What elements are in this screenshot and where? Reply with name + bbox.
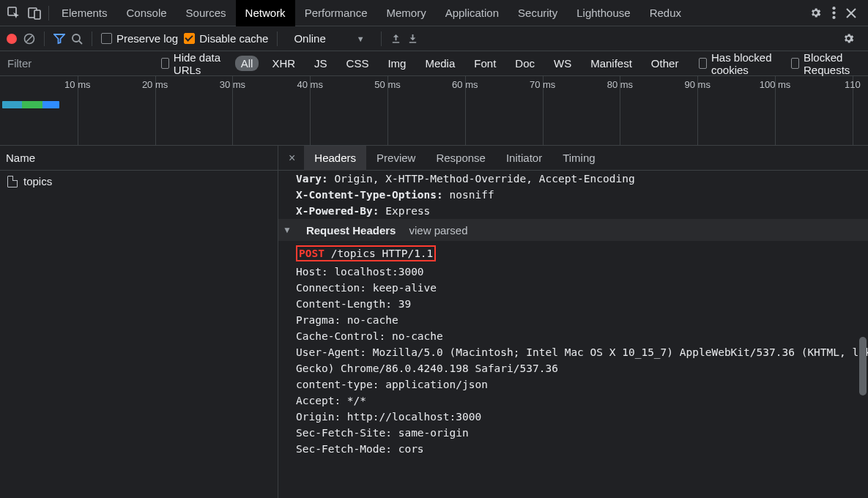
tab-elements[interactable]: Elements [52,0,117,26]
filter-type-js[interactable]: JS [308,56,333,71]
gear-icon[interactable] [809,7,822,19]
svg-rect-9 [393,42,399,43]
tab-redux[interactable]: Redux [640,0,691,26]
svg-point-3 [832,7,835,10]
tab-security[interactable]: Security [508,0,567,26]
request-line-highlight: POST /topics HTTP/1.1 [296,245,436,261]
tab-console[interactable]: Console [117,0,177,26]
filter-type-img[interactable]: Img [382,56,412,71]
section-title: Request Headers [306,224,396,237]
timeline-label: 100 ms [760,79,791,90]
request-name-pane: Name topics [0,146,278,498]
separator [277,31,278,46]
request-header-line: Gecko) Chrome/86.0.4240.198 Safari/537.3… [278,360,868,376]
timeline-label: 10 ms [64,79,90,90]
detail-tab-response[interactable]: Response [426,146,496,171]
search-icon[interactable] [71,33,83,45]
filter-type-manifest[interactable]: Manifest [585,56,638,71]
disable-cache-label: Disable cache [199,32,268,45]
hide-data-urls-label: Hide data URLs [174,51,226,76]
request-header-line: Host: localhost:3000 [278,264,868,280]
devtools-tab-strip: ElementsConsoleSourcesNetworkPerformance… [0,0,868,26]
network-toolbar: Preserve log Disable cache Online ▼ [0,26,868,51]
timeline-label: 40 ms [297,79,323,90]
timeline-label: 50 ms [374,79,400,90]
has-blocked-cookies-checkbox[interactable]: Has blocked cookies [699,51,778,76]
close-icon[interactable] [846,8,856,18]
request-header-line: content-type: application/json [278,376,868,393]
timeline-label: 20 ms [142,79,168,90]
response-header-line: Vary: Origin, X-HTTP-Method-Override, Ac… [278,171,868,187]
response-header-line: X-Powered-By: Express [278,203,868,219]
view-parsed-link[interactable]: view parsed [409,224,467,237]
tab-memory[interactable]: Memory [377,0,436,26]
filter-type-font[interactable]: Font [468,56,502,71]
request-header-line: Pragma: no-cache [278,312,868,328]
filter-type-ws[interactable]: WS [548,56,577,71]
timeline-label: 70 ms [530,79,555,90]
tab-lighthouse[interactable]: Lighthouse [567,0,639,26]
request-headers-section[interactable]: ▼Request Headersview parsed [278,219,868,241]
waterfall-bar [2,101,59,108]
inspect-element-icon[interactable] [7,7,21,20]
request-name: topics [23,175,52,187]
blocked-requests-checkbox[interactable]: Blocked Requests [791,51,862,76]
detail-tab-initiator[interactable]: Initiator [496,146,552,171]
request-row[interactable]: topics [0,171,278,192]
svg-point-8 [73,34,80,42]
device-toolbar-icon[interactable] [28,7,41,20]
response-header-line: X-Content-Type-Options: nosniff [278,187,868,203]
close-detail-icon[interactable]: × [283,152,301,165]
svg-rect-10 [409,42,416,43]
request-header-line: User-Agent: Mozilla/5.0 (Macintosh; Inte… [278,344,868,360]
main-split: Name topics × HeadersPreviewResponseInit… [0,146,868,498]
preserve-log-checkbox[interactable]: Preserve log [101,32,178,45]
tab-performance[interactable]: Performance [295,0,377,26]
filter-icon[interactable] [53,33,65,45]
disable-cache-checkbox[interactable]: Disable cache [184,32,268,45]
separator [381,31,382,46]
headers-body[interactable]: Vary: Origin, X-HTTP-Method-Override, Ac… [278,171,868,498]
detail-tab-timing[interactable]: Timing [552,146,605,171]
clear-icon[interactable] [23,33,35,45]
kebab-menu-icon[interactable] [832,7,836,19]
timeline-label: 60 ms [452,79,478,90]
request-header-line: Origin: http://localhost:3000 [278,409,868,425]
detail-tab-preview[interactable]: Preview [366,146,426,171]
filter-type-xhr[interactable]: XHR [266,56,301,71]
filter-type-css[interactable]: CSS [341,56,375,71]
preserve-log-label: Preserve log [116,32,178,45]
throttling-value: Online [294,32,325,45]
waterfall-timeline[interactable]: 10 ms20 ms30 ms40 ms50 ms60 ms70 ms80 ms… [0,76,868,146]
separator [48,6,49,21]
name-column-header[interactable]: Name [0,146,278,171]
request-header-line: Cache-Control: no-cache [278,328,868,344]
timeline-label: 80 ms [607,79,633,90]
request-detail-pane: × HeadersPreviewResponseInitiatorTiming … [278,146,868,498]
scrollbar-thumb[interactable] [859,337,867,395]
filter-type-doc[interactable]: Doc [509,56,541,71]
download-har-icon[interactable] [407,33,418,44]
timeline-label: 110 [845,79,861,90]
upload-har-icon[interactable] [390,33,401,44]
throttling-select[interactable]: Online ▼ [286,32,371,45]
tab-sources[interactable]: Sources [177,0,236,26]
request-header-line: Sec-Fetch-Site: same-origin [278,425,868,441]
hide-data-urls-checkbox[interactable]: Hide data URLs [161,51,226,76]
timeline-label: 90 ms [685,79,711,90]
timeline-label: 30 ms [220,79,245,90]
detail-tab-strip: × HeadersPreviewResponseInitiatorTiming [278,146,868,171]
detail-tab-headers[interactable]: Headers [304,146,366,171]
gear-icon[interactable] [842,32,855,45]
separator [92,31,92,46]
request-header-line: Content-Length: 39 [278,296,868,312]
filter-type-all[interactable]: All [235,56,259,71]
blocked-requests-label: Blocked Requests [804,51,862,76]
filter-type-media[interactable]: Media [419,56,461,71]
svg-rect-2 [34,10,40,19]
tab-application[interactable]: Application [436,0,508,26]
record-icon[interactable] [6,33,18,45]
filter-input[interactable] [6,55,152,73]
filter-type-other[interactable]: Other [645,56,685,71]
tab-network[interactable]: Network [236,0,295,26]
